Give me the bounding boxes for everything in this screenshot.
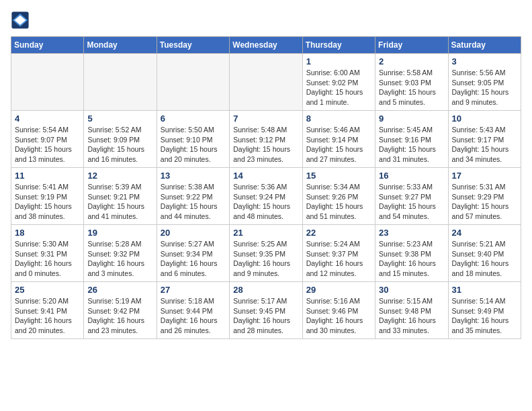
calendar-cell: 27Sunrise: 5:18 AMSunset: 9:44 PMDayligh… [157,282,229,339]
day-info: Sunrise: 5:33 AMSunset: 9:27 PMDaylight:… [379,182,444,222]
day-number: 17 [452,171,517,181]
day-number: 19 [87,228,152,238]
day-number: 4 [15,113,80,124]
calendar-cell: 17Sunrise: 5:31 AMSunset: 9:29 PMDayligh… [448,168,521,225]
calendar-header-row: SundayMondayTuesdayWednesdayThursdayFrid… [11,37,521,54]
day-info: Sunrise: 5:30 AMSunset: 9:31 PMDaylight:… [15,239,80,279]
calendar-cell: 16Sunrise: 5:33 AMSunset: 9:27 PMDayligh… [375,168,448,225]
day-number: 12 [87,171,152,181]
calendar-cell: 3Sunrise: 5:56 AMSunset: 9:05 PMDaylight… [448,54,521,111]
day-number: 25 [15,285,80,295]
day-of-week-header: Saturday [448,37,521,54]
day-number: 5 [87,113,152,124]
day-of-week-header: Friday [375,37,448,54]
day-info: Sunrise: 5:21 AMSunset: 9:40 PMDaylight:… [452,239,517,279]
day-number: 18 [15,228,80,238]
calendar-cell: 23Sunrise: 5:23 AMSunset: 9:38 PMDayligh… [375,225,448,282]
calendar-cell: 1Sunrise: 6:00 AMSunset: 9:02 PMDaylight… [302,54,375,111]
day-info: Sunrise: 5:27 AMSunset: 9:34 PMDaylight:… [161,239,226,279]
calendar-cell: 19Sunrise: 5:28 AMSunset: 9:32 PMDayligh… [84,225,157,282]
calendar: SundayMondayTuesdayWednesdayThursdayFrid… [11,36,521,339]
calendar-cell: 6Sunrise: 5:50 AMSunset: 9:10 PMDaylight… [157,111,229,168]
day-info: Sunrise: 5:45 AMSunset: 9:16 PMDaylight:… [379,125,444,165]
day-info: Sunrise: 5:48 AMSunset: 9:12 PMDaylight:… [233,125,298,165]
logo-icon [11,11,30,30]
day-info: Sunrise: 5:25 AMSunset: 9:35 PMDaylight:… [233,239,298,279]
calendar-cell: 7Sunrise: 5:48 AMSunset: 9:12 PMDaylight… [230,111,302,168]
calendar-cell: 14Sunrise: 5:36 AMSunset: 9:24 PMDayligh… [230,168,302,225]
calendar-cell: 25Sunrise: 5:20 AMSunset: 9:41 PMDayligh… [11,282,84,339]
day-number: 27 [161,285,226,295]
day-info: Sunrise: 5:41 AMSunset: 9:19 PMDaylight:… [15,182,80,222]
day-number: 10 [452,113,517,124]
calendar-cell: 29Sunrise: 5:16 AMSunset: 9:46 PMDayligh… [302,282,375,339]
calendar-cell: 5Sunrise: 5:52 AMSunset: 9:09 PMDaylight… [84,111,157,168]
calendar-cell: 8Sunrise: 5:46 AMSunset: 9:14 PMDaylight… [302,111,375,168]
calendar-cell: 28Sunrise: 5:17 AMSunset: 9:45 PMDayligh… [230,282,302,339]
day-of-week-header: Tuesday [157,37,229,54]
week-row: 25Sunrise: 5:20 AMSunset: 9:41 PMDayligh… [11,282,521,339]
calendar-cell [84,54,157,111]
calendar-cell: 18Sunrise: 5:30 AMSunset: 9:31 PMDayligh… [11,225,84,282]
day-number: 28 [233,285,298,295]
day-of-week-header: Thursday [302,37,375,54]
day-number: 22 [306,228,371,238]
day-number: 14 [233,171,298,181]
day-info: Sunrise: 5:16 AMSunset: 9:46 PMDaylight:… [306,296,371,336]
calendar-cell: 31Sunrise: 5:14 AMSunset: 9:49 PMDayligh… [448,282,521,339]
day-number: 30 [379,285,444,295]
calendar-cell: 24Sunrise: 5:21 AMSunset: 9:40 PMDayligh… [448,225,521,282]
day-of-week-header: Sunday [11,37,84,54]
day-info: Sunrise: 5:43 AMSunset: 9:17 PMDaylight:… [452,125,517,165]
calendar-cell: 13Sunrise: 5:38 AMSunset: 9:22 PMDayligh… [157,168,229,225]
day-number: 31 [452,285,517,295]
day-number: 3 [452,56,517,66]
day-number: 23 [379,228,444,238]
calendar-cell: 26Sunrise: 5:19 AMSunset: 9:42 PMDayligh… [84,282,157,339]
logo [11,11,32,30]
day-number: 13 [161,171,226,181]
day-info: Sunrise: 5:36 AMSunset: 9:24 PMDaylight:… [233,182,298,222]
page-header [11,11,521,30]
day-info: Sunrise: 5:20 AMSunset: 9:41 PMDaylight:… [15,296,80,336]
calendar-cell: 21Sunrise: 5:25 AMSunset: 9:35 PMDayligh… [230,225,302,282]
calendar-cell: 22Sunrise: 5:24 AMSunset: 9:37 PMDayligh… [302,225,375,282]
day-info: Sunrise: 5:54 AMSunset: 9:07 PMDaylight:… [15,125,80,165]
day-info: Sunrise: 6:00 AMSunset: 9:02 PMDaylight:… [306,68,371,107]
day-info: Sunrise: 5:28 AMSunset: 9:32 PMDaylight:… [87,239,152,279]
day-of-week-header: Monday [84,37,157,54]
day-info: Sunrise: 5:39 AMSunset: 9:21 PMDaylight:… [87,182,152,222]
calendar-cell: 9Sunrise: 5:45 AMSunset: 9:16 PMDaylight… [375,111,448,168]
day-info: Sunrise: 5:38 AMSunset: 9:22 PMDaylight:… [161,182,226,222]
day-number: 24 [452,228,517,238]
day-info: Sunrise: 5:18 AMSunset: 9:44 PMDaylight:… [161,296,226,336]
week-row: 18Sunrise: 5:30 AMSunset: 9:31 PMDayligh… [11,225,521,282]
day-info: Sunrise: 5:23 AMSunset: 9:38 PMDaylight:… [379,239,444,279]
day-info: Sunrise: 5:14 AMSunset: 9:49 PMDaylight:… [452,296,517,336]
day-number: 7 [233,113,298,124]
calendar-cell: 15Sunrise: 5:34 AMSunset: 9:26 PMDayligh… [302,168,375,225]
day-number: 29 [306,285,371,295]
day-number: 1 [306,56,371,66]
day-number: 20 [161,228,226,238]
calendar-cell: 11Sunrise: 5:41 AMSunset: 9:19 PMDayligh… [11,168,84,225]
calendar-cell: 2Sunrise: 5:58 AMSunset: 9:03 PMDaylight… [375,54,448,111]
day-info: Sunrise: 5:46 AMSunset: 9:14 PMDaylight:… [306,125,371,165]
day-number: 21 [233,228,298,238]
calendar-cell: 4Sunrise: 5:54 AMSunset: 9:07 PMDaylight… [11,111,84,168]
day-info: Sunrise: 5:58 AMSunset: 9:03 PMDaylight:… [379,68,444,107]
day-info: Sunrise: 5:15 AMSunset: 9:48 PMDaylight:… [379,296,444,336]
week-row: 11Sunrise: 5:41 AMSunset: 9:19 PMDayligh… [11,168,521,225]
day-info: Sunrise: 5:52 AMSunset: 9:09 PMDaylight:… [87,125,152,165]
week-row: 4Sunrise: 5:54 AMSunset: 9:07 PMDaylight… [11,111,521,168]
day-info: Sunrise: 5:56 AMSunset: 9:05 PMDaylight:… [452,68,517,107]
calendar-cell: 20Sunrise: 5:27 AMSunset: 9:34 PMDayligh… [157,225,229,282]
day-number: 9 [379,113,444,124]
day-info: Sunrise: 5:17 AMSunset: 9:45 PMDaylight:… [233,296,298,336]
calendar-cell: 12Sunrise: 5:39 AMSunset: 9:21 PMDayligh… [84,168,157,225]
day-number: 6 [161,113,226,124]
day-info: Sunrise: 5:34 AMSunset: 9:26 PMDaylight:… [306,182,371,222]
day-info: Sunrise: 5:31 AMSunset: 9:29 PMDaylight:… [452,182,517,222]
calendar-cell [11,54,84,111]
day-number: 2 [379,56,444,66]
